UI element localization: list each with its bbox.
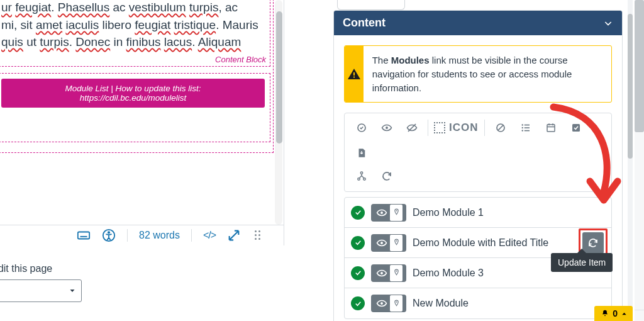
checkbox-icon[interactable]: [566, 117, 587, 138]
module-title: Demo Module 1: [413, 206, 605, 219]
svg-rect-3: [353, 72, 355, 76]
caret-up-icon: [621, 310, 628, 317]
html-editor-toggle[interactable]: </>: [203, 230, 216, 241]
svg-rect-15: [572, 124, 580, 132]
update-item-tooltip: Update Item: [551, 253, 613, 272]
pin-button[interactable]: [390, 265, 402, 281]
page-scrollbar-track: [635, 0, 644, 310]
notification-count: 0: [613, 308, 618, 318]
page-scrollbar-thumb[interactable]: [635, 0, 644, 132]
display-options-tray: ICON: [344, 113, 612, 192]
svg-rect-9: [525, 125, 530, 126]
module-list-pill: Module List | How to update this list: h…: [1, 79, 265, 108]
chevron-down-icon: [69, 287, 76, 295]
svg-point-23: [380, 272, 383, 274]
pin-button[interactable]: [390, 235, 402, 251]
refresh-icon: [587, 237, 599, 249]
hidden-icon[interactable]: [401, 117, 422, 138]
published-icon: [351, 236, 365, 250]
pin-icon: [392, 269, 401, 277]
visible-icon[interactable]: [376, 117, 397, 138]
module-row[interactable]: New Module: [345, 288, 611, 318]
panel-tab-stub: [337, 0, 405, 10]
edit-permissions-select[interactable]: [0, 279, 82, 302]
pin-button[interactable]: [390, 295, 402, 312]
warning-icon: [347, 67, 362, 82]
editor-statusbar: 82 words </>: [0, 225, 284, 245]
published-icon: [351, 266, 365, 280]
lorem-paragraph[interactable]: ur feugiat. Phasellus ac vestibulum turp…: [1, 0, 265, 51]
module-list-block[interactable]: Module List | How to update this list: h…: [0, 73, 270, 142]
svg-point-19: [380, 211, 383, 214]
alert-text-bold: Modules: [391, 55, 430, 65]
svg-rect-14: [547, 125, 555, 132]
modules-visibility-alert: The Modules link must be visible in the …: [344, 45, 612, 103]
tooltip-text: Update Item: [558, 257, 606, 268]
svg-point-25: [380, 302, 383, 305]
module-title: New Module: [413, 297, 605, 310]
editor-scrollbar-thumb[interactable]: [276, 11, 282, 144]
accessibility-icon[interactable]: [102, 228, 116, 242]
resize-handle-icon[interactable]: [255, 230, 262, 240]
svg-rect-4: [353, 76, 355, 77]
module-title: Demo Module with Edited Title: [413, 237, 605, 249]
list-icon[interactable]: [516, 117, 536, 138]
keyboard-icon[interactable]: [77, 228, 91, 242]
editor-selection-frame: ur feugiat. Phasellus ac vestibulum turp…: [0, 0, 274, 153]
panel-body: The Modules link must be visible in the …: [334, 35, 622, 321]
eye-icon: [376, 268, 387, 279]
svg-point-21: [380, 242, 383, 244]
svg-point-8: [522, 124, 523, 125]
refresh-icon[interactable]: [376, 166, 397, 186]
word-count[interactable]: 82 words: [139, 230, 180, 241]
notification-pill[interactable]: 0: [594, 306, 633, 321]
rce-editor: ur feugiat. Phasellus ac vestibulum turp…: [0, 0, 284, 245]
chevron-down-icon: [603, 18, 613, 28]
visibility-toggle[interactable]: [371, 234, 406, 252]
panel-header[interactable]: Content: [334, 11, 622, 35]
svg-point-2: [108, 232, 109, 233]
icon-placeholder[interactable]: ICON: [434, 121, 479, 134]
content-block-label: Content Block: [215, 55, 266, 64]
module-pill-line1: Module List | How to update this list:: [13, 84, 253, 93]
visibility-toggle[interactable]: [371, 295, 406, 312]
visibility-toggle[interactable]: [371, 264, 406, 282]
tray-separator: [484, 120, 485, 136]
icon-placeholder-label: ICON: [449, 121, 479, 134]
statusbar-separator: [127, 229, 128, 242]
module-pill-line2: https://cdil.bc.edu/modulelist: [13, 93, 253, 103]
bell-icon: [601, 309, 609, 318]
svg-point-12: [522, 130, 523, 131]
tray-separator: [428, 120, 428, 136]
calendar-icon[interactable]: [541, 117, 562, 138]
pin-icon: [392, 300, 401, 308]
alert-text-pre: The: [372, 55, 391, 65]
svg-rect-13: [525, 130, 530, 132]
visibility-toggle[interactable]: [371, 204, 406, 222]
module-row[interactable]: Demo Module 1: [345, 198, 611, 228]
prohibit-icon[interactable]: [491, 117, 511, 138]
svg-point-26: [396, 301, 397, 303]
pin-icon: [392, 239, 401, 247]
pin-button[interactable]: [390, 205, 402, 221]
pin-icon: [392, 208, 401, 217]
statusbar-separator: [191, 229, 192, 242]
svg-rect-11: [525, 127, 530, 128]
content-block[interactable]: ur feugiat. Phasellus ac vestibulum turp…: [0, 0, 270, 67]
editor-viewport: ur feugiat. Phasellus ac vestibulum turp…: [0, 0, 284, 225]
status-icon[interactable]: [351, 117, 372, 138]
svg-rect-0: [78, 232, 89, 239]
fullscreen-icon[interactable]: [227, 228, 241, 242]
placeholder-square-icon: [434, 122, 445, 133]
panel-scrollbar-thumb[interactable]: [628, 14, 633, 159]
alert-icon-area: [345, 46, 364, 102]
content-panel: Content The Modules link must be visible…: [333, 10, 623, 321]
download-icon[interactable]: [351, 142, 372, 163]
eye-icon: [376, 298, 387, 309]
svg-point-20: [396, 210, 397, 211]
alert-text: The Modules link must be visible in the …: [364, 46, 611, 102]
edit-page-label: edit this page: [0, 263, 284, 274]
page-options: edit this page: [0, 252, 284, 302]
tree-icon[interactable]: [351, 166, 372, 186]
eye-icon: [376, 207, 387, 218]
